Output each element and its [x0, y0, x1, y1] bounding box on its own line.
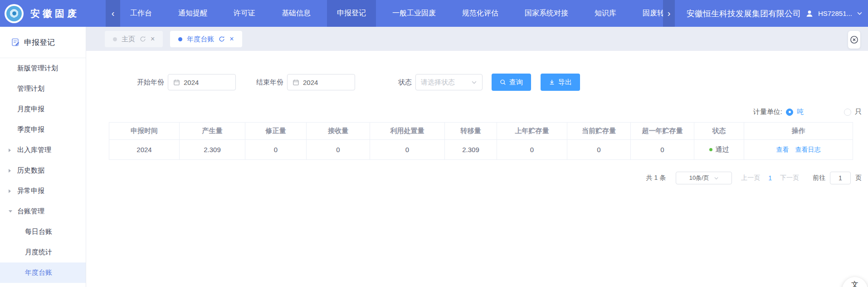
- sidebar-item-quarterly-declaration[interactable]: 季度申报: [0, 119, 86, 140]
- cell-generated: 2.309: [180, 140, 245, 160]
- page-size-select[interactable]: 10条/页: [676, 172, 732, 184]
- col-utilized-disposed: 利用处置量: [370, 123, 445, 140]
- refresh-icon[interactable]: [140, 36, 146, 42]
- expand-arrow-icon: [9, 189, 11, 193]
- filter-bar: 开始年份 结束年份: [109, 74, 862, 91]
- nav-item-waste-transfer[interactable]: 固废转: [633, 0, 663, 27]
- top-navbar: 安徽固废 ‹ 工作台 通知提醒 许可证 基础信息 申报登记 一般工业固废 规范化…: [0, 0, 868, 27]
- user-icon: [805, 10, 814, 18]
- main-area: 主页 × 年度台账 ×: [86, 27, 868, 287]
- sidebar-item-monthly-stats[interactable]: 月度统计: [0, 242, 86, 262]
- nav-item-national-system[interactable]: 国家系统对接: [515, 0, 578, 27]
- sidebar-item-history-data[interactable]: 历史数据: [0, 160, 86, 181]
- unit-row: 计量单位: 吨 只: [109, 108, 862, 116]
- sidebar-item-in-out-storage[interactable]: 出入库管理: [0, 140, 86, 160]
- circle-close-icon: [850, 35, 858, 44]
- status-placeholder: 请选择状态: [421, 78, 455, 87]
- nav-item-license[interactable]: 许可证: [224, 0, 265, 27]
- unit-label: 计量单位:: [753, 108, 782, 116]
- sidebar-menu: 新版管理计划 管理计划 月度申报 季度申报 出入库管理 历史数据 异常申报 台账…: [0, 58, 86, 283]
- cell-status: 通过: [694, 140, 744, 160]
- col-actions: 操作: [744, 123, 853, 140]
- download-icon: [549, 79, 555, 85]
- collapse-arrow-icon: [9, 210, 12, 213]
- view-log-link[interactable]: 查看日志: [795, 146, 821, 154]
- sidebar-header: 申报登记: [0, 27, 86, 58]
- next-page-button[interactable]: 下一页: [780, 174, 799, 182]
- sidebar-item-daily-ledger[interactable]: 每日台账: [0, 222, 86, 242]
- sidebar-item-annual-ledger[interactable]: 年度台账: [0, 262, 86, 283]
- sidebar-item-new-management-plan[interactable]: 新版管理计划: [0, 58, 86, 79]
- end-year-value[interactable]: [303, 79, 344, 86]
- col-over-year-stored: 超一年贮存量: [631, 123, 694, 140]
- tab-dot-icon: [178, 37, 182, 41]
- search-button[interactable]: 查询: [492, 74, 531, 91]
- chevron-right-icon: ›: [668, 8, 671, 19]
- table-row: 2024 2.309 0 0 0 2.309 0 0 0 通过: [109, 140, 853, 160]
- nav-item-notifications[interactable]: 通知提醒: [168, 0, 217, 27]
- start-year-input[interactable]: [168, 74, 236, 90]
- nav-item-declaration[interactable]: 申报登记: [327, 0, 376, 27]
- refresh-icon[interactable]: [219, 36, 225, 42]
- prev-page-button[interactable]: 上一页: [741, 174, 760, 182]
- user-area[interactable]: 安徽恒生科技发展集团有限公司 HS72851...: [687, 0, 863, 27]
- main-nav: 工作台 通知提醒 许可证 基础信息 申报登记 一般工业固废 规范化评估 国家系统…: [120, 0, 663, 27]
- nav-item-standardization-eval[interactable]: 规范化评估: [452, 0, 508, 27]
- view-link[interactable]: 查看: [776, 146, 789, 154]
- status-select[interactable]: 请选择状态: [415, 74, 483, 90]
- tab-label: 主页: [122, 35, 135, 44]
- status-badge: 通过: [716, 145, 729, 154]
- nav-scroll-right-button[interactable]: ›: [663, 0, 675, 27]
- radio-label: 吨: [797, 108, 804, 116]
- document-edit-icon: [11, 38, 20, 47]
- start-year-value[interactable]: [184, 79, 224, 86]
- close-icon[interactable]: ×: [229, 35, 234, 43]
- unit-radio-ton[interactable]: 吨: [786, 108, 804, 116]
- nav-item-basic-info[interactable]: 基础信息: [272, 0, 321, 27]
- close-icon[interactable]: ×: [151, 35, 155, 43]
- radio-label: 只: [855, 108, 862, 116]
- col-status: 状态: [694, 123, 744, 140]
- status-dot-icon: [709, 148, 712, 151]
- brand-title: 安徽固废: [30, 7, 79, 20]
- radio-icon: [844, 109, 851, 116]
- nav-scroll-left-button[interactable]: ‹: [106, 0, 120, 27]
- table-header-row: 申报时间 产生量 修正量 接收量 利用处置量 转移量 上年贮存量 当前贮存量 超…: [109, 123, 853, 140]
- sidebar-item-label: 台账管理: [17, 207, 44, 216]
- tab-label: 年度台账: [187, 35, 214, 44]
- unit-radio-piece[interactable]: 只: [844, 108, 862, 116]
- app-logo-icon: [5, 4, 24, 23]
- col-prev-year-stored: 上年贮存量: [497, 123, 567, 140]
- goto-page-input[interactable]: [830, 172, 851, 184]
- sidebar-item-ledger-management[interactable]: 台账管理: [0, 201, 86, 222]
- end-year-label: 结束年份: [256, 78, 283, 87]
- export-button[interactable]: 导出: [541, 74, 580, 91]
- col-current-stored: 当前贮存量: [567, 123, 631, 140]
- translate-icon: 文: [851, 280, 858, 287]
- nav-item-workbench[interactable]: 工作台: [120, 0, 162, 27]
- nav-item-general-industrial-waste[interactable]: 一般工业固废: [382, 0, 446, 27]
- tab-annual-ledger[interactable]: 年度台账 ×: [170, 31, 242, 47]
- sidebar-item-management-plan[interactable]: 管理计划: [0, 79, 86, 99]
- cell-utilized-disposed: 0: [370, 140, 445, 160]
- calendar-icon: [293, 79, 299, 86]
- close-all-tabs-button[interactable]: [848, 31, 860, 49]
- export-button-label: 导出: [558, 78, 572, 87]
- col-received: 接收量: [307, 123, 370, 140]
- expand-arrow-icon: [9, 148, 11, 152]
- cell-transferred: 2.309: [445, 140, 497, 160]
- sidebar-item-monthly-declaration[interactable]: 月度申报: [0, 99, 86, 119]
- nav-item-knowledge-base[interactable]: 知识库: [585, 0, 626, 27]
- chevron-left-icon: ‹: [112, 8, 115, 19]
- total-count: 共 1 条: [646, 174, 666, 182]
- app-window: 安徽固废 ‹ 工作台 通知提醒 许可证 基础信息 申报登记 一般工业固废 规范化…: [0, 0, 868, 287]
- sidebar-item-abnormal-declaration[interactable]: 异常申报: [0, 181, 86, 201]
- col-declare-time: 申报时间: [109, 123, 180, 140]
- col-transferred: 转移量: [445, 123, 497, 140]
- tab-dot-icon: [113, 37, 117, 41]
- page-number-1[interactable]: 1: [768, 174, 772, 182]
- company-name: 安徽恒生科技发展集团有限公司: [687, 8, 801, 19]
- tab-home[interactable]: 主页 ×: [105, 31, 163, 47]
- goto-unit-label: 页: [855, 174, 862, 182]
- end-year-input[interactable]: [287, 74, 355, 90]
